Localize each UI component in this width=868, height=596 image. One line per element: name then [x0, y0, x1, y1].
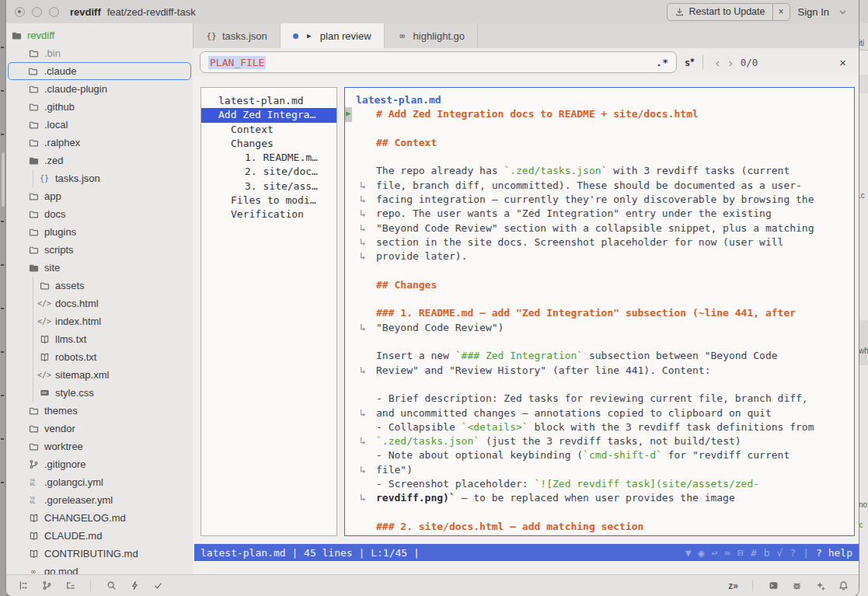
- tree-item-scripts[interactable]: scripts: [6, 241, 193, 259]
- selection-search-icon[interactable]: s✱: [685, 56, 695, 68]
- tree-item-docs.html[interactable]: </>docs.html: [6, 295, 193, 312]
- tab-highlight-go[interactable]: ∞highlight.go: [385, 23, 479, 48]
- bell-button[interactable]: [837, 580, 849, 592]
- tree-item-.goreleaser.yml[interactable]: YAML.goreleaser.yml: [6, 491, 193, 509]
- window-zoom-button[interactable]: [49, 7, 59, 17]
- tui-toolbar-icon[interactable]: ◉: [699, 547, 705, 559]
- tab-tasks-json[interactable]: {}tasks.json: [193, 23, 281, 48]
- window-minimize-button[interactable]: [32, 7, 42, 17]
- tree-item-label: .gitignore: [44, 458, 85, 470]
- outline-item[interactable]: Files to modi…: [201, 193, 336, 207]
- outline-item[interactable]: Add Zed Integra…: [201, 108, 336, 122]
- tree-item-themes[interactable]: themes: [6, 402, 193, 420]
- outline-item[interactable]: Context: [201, 123, 336, 137]
- tree-item-CLAUDE.md[interactable]: CLAUDE.md: [6, 527, 193, 545]
- tree-item-.golangci.yml[interactable]: YAML.golangci.yml: [6, 473, 193, 491]
- tui-toolbar-icon[interactable]: √: [777, 547, 783, 559]
- tree-item-CHANGELOG.md[interactable]: CHANGELOG.md: [6, 509, 193, 527]
- tree-item-docs[interactable]: docs: [6, 205, 193, 223]
- tui-toolbar-icon[interactable]: ⊟: [737, 547, 744, 559]
- plan-document-panel[interactable]: ▶ latest-plan.md# Add Zed Integration do…: [344, 87, 855, 536]
- sign-in-button[interactable]: Sign In: [798, 6, 829, 18]
- folder-icon: [28, 209, 39, 219]
- next-match-button[interactable]: ›: [724, 56, 737, 69]
- bug-button[interactable]: [790, 580, 803, 592]
- window-close-button[interactable]: [15, 7, 25, 17]
- tree-item-llms.txt[interactable]: llms.txt: [6, 330, 193, 348]
- dismiss-update-button[interactable]: ×: [772, 4, 790, 20]
- tree-item-assets[interactable]: assets: [6, 277, 193, 295]
- window-controls[interactable]: [15, 7, 59, 17]
- outline-item[interactable]: Verification: [201, 207, 336, 221]
- check-button[interactable]: [152, 580, 164, 592]
- tui-toolbar-icon[interactable]: ▼: [685, 547, 692, 559]
- tree-item-.zed[interactable]: .zed: [6, 152, 193, 169]
- chevron-down-icon[interactable]: [837, 7, 848, 17]
- tree-item-sitemap.xml[interactable]: </>sitemap.xml: [6, 366, 193, 384]
- search-button[interactable]: [105, 580, 117, 592]
- zed-ai-button[interactable]: z»: [728, 580, 738, 591]
- help-hint[interactable]: ? help: [816, 547, 852, 559]
- doc-line: [345, 292, 854, 306]
- bolt-button[interactable]: [128, 580, 141, 592]
- regex-toggle-icon[interactable]: .*: [656, 57, 668, 68]
- tab-label: plan review: [320, 30, 371, 42]
- folder-icon: [28, 245, 39, 255]
- tree-item-.bin[interactable]: .bin: [6, 44, 193, 62]
- tree-item-worktree[interactable]: worktree: [6, 437, 193, 455]
- tui-toolbar-icon[interactable]: b: [764, 547, 770, 559]
- tree-item-site[interactable]: site: [6, 259, 193, 277]
- branch-name[interactable]: feat/zed-revdiff-task: [107, 6, 196, 18]
- tree-item-go.mod[interactable]: ∞go.mod: [6, 563, 193, 575]
- tree-item-label: .golangci.yml: [44, 476, 103, 488]
- tree-item-index.html[interactable]: </>index.html: [6, 312, 193, 330]
- tree-item-.local[interactable]: .local: [6, 116, 193, 134]
- tui-toolbar-icon[interactable]: ↩: [711, 547, 717, 559]
- project-panel-button[interactable]: [17, 580, 30, 592]
- git-button[interactable]: [40, 580, 53, 592]
- tui-toolbar-icon[interactable]: #: [751, 547, 757, 559]
- folder-icon: [28, 406, 39, 416]
- tree-item-tasks.json[interactable]: {}tasks.json: [6, 169, 193, 187]
- project-name[interactable]: revdiff: [70, 6, 101, 18]
- tree-item-.gitignore[interactable]: .gitignore: [6, 455, 193, 473]
- outline-panel[interactable]: latest-plan.mdAdd Zed Integra…ContextCha…: [200, 87, 337, 536]
- tree-item-style.css[interactable]: cssstyle.css: [6, 384, 193, 402]
- tree-item-revdiff[interactable]: revdiff: [6, 26, 193, 44]
- tree-item-label: scripts: [44, 244, 74, 256]
- tree-item-vendor[interactable]: vendor: [6, 420, 193, 437]
- tree-item-label: tasks.json: [55, 173, 100, 184]
- code-icon: </>: [39, 371, 50, 379]
- match-count: 0/0: [741, 57, 758, 68]
- tui-toolbar-icon[interactable]: ≈: [724, 547, 730, 559]
- search-input[interactable]: PLAN_FILE .*: [200, 51, 677, 73]
- tree-item-label: assets: [55, 280, 85, 291]
- outline-item[interactable]: Changes: [201, 137, 336, 151]
- tree-item-.claude[interactable]: .claude: [8, 62, 191, 80]
- wrap-indicator-icon: ↳: [360, 434, 366, 448]
- previous-match-button[interactable]: ‹: [711, 56, 724, 69]
- outline-item[interactable]: 3. site/ass…: [201, 179, 336, 193]
- tree-item-plugins[interactable]: plugins: [6, 223, 193, 241]
- tree-item-.ralphex[interactable]: .ralphex: [6, 134, 193, 152]
- sparkle-button[interactable]: [814, 580, 826, 592]
- background-text-fragment: iti: [859, 39, 864, 47]
- bug-icon: [791, 580, 802, 591]
- outline-list-button[interactable]: [64, 580, 76, 592]
- restart-to-update-button[interactable]: Restart to Update: [668, 4, 772, 20]
- search-query-text[interactable]: PLAN_FILE: [208, 56, 266, 69]
- tree-item-CONTRIBUTING.md[interactable]: CONTRIBUTING.md: [6, 545, 193, 563]
- close-search-button[interactable]: ×: [839, 56, 846, 69]
- doc-line: - Screenshot placeholder: `![Zed revdiff…: [345, 477, 854, 491]
- tree-item-label: sitemap.xml: [55, 369, 109, 381]
- terminal-button[interactable]: [767, 580, 779, 592]
- tree-item-app[interactable]: app: [6, 187, 193, 205]
- outline-item[interactable]: 2. site/doc…: [201, 165, 336, 179]
- outline-item[interactable]: 1. README.m…: [201, 151, 336, 165]
- tree-item-.github[interactable]: .github: [6, 98, 193, 116]
- outline-item[interactable]: latest-plan.md: [201, 94, 336, 108]
- tui-toolbar-icon[interactable]: ?: [790, 547, 796, 559]
- tree-item-.claude-plugin[interactable]: .claude-plugin: [6, 80, 193, 98]
- tab-plan-review[interactable]: ▶plan review: [281, 23, 385, 48]
- tree-item-robots.txt[interactable]: robots.txt: [6, 348, 193, 366]
